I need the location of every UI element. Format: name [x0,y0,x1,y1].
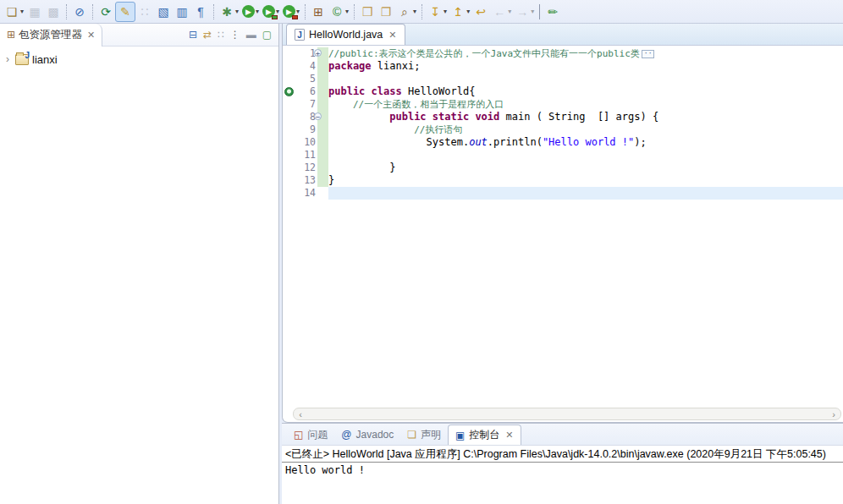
line-number: 12 [295,162,317,174]
code-text[interactable]: } [328,174,843,187]
previous-annotation-dropdown-icon[interactable]: ▾ [466,8,470,15]
focus-task-icon[interactable]: ∷ [218,29,224,41]
code-segment-plain: .println( [488,136,543,148]
save-all-button: ▩ [44,2,63,22]
open-task-button[interactable]: ❒ [358,2,377,22]
code-line-13[interactable]: 13} [283,174,843,187]
scroll-left-icon[interactable]: ‹ [294,409,307,419]
folded-region-box[interactable]: ·· [642,50,655,58]
link-with-editor-icon[interactable]: ⇄ [203,29,212,41]
code-text[interactable]: public class HelloWorld{ [328,85,843,98]
code-text[interactable]: System.out.println("Hello world !"); [328,136,843,149]
relaunch-button[interactable]: ⟳ [96,2,115,22]
tree-item-lianxi[interactable]: ›Jlianxi [3,52,275,67]
mark-occurrences-button[interactable]: ✎ [115,2,135,22]
code-text[interactable]: package lianxi; [328,60,843,73]
close-icon[interactable]: ✕ [388,30,396,41]
line-number: 13 [295,174,317,187]
code-text[interactable]: //一个主函数，相当于是程序的入口 [328,98,843,111]
code-line-7[interactable]: 7 //一个主函数，相当于是程序的入口 [283,98,843,111]
code-line-6[interactable]: 6public class HelloWorld{ [283,85,843,98]
close-icon[interactable]: ✕ [87,30,95,41]
next-annotation-button[interactable]: ↧▾ [426,2,449,22]
tab-package-explorer[interactable]: ⊞ 包资源管理器 ✕ [0,24,102,47]
open-type-button[interactable]: ▧ [154,2,173,22]
code-text[interactable]: //public:表示这个类是公共的，一个Java文件中只能有一一个public… [328,47,843,60]
toolbar-separator [66,4,67,19]
launch-icon[interactable] [284,87,294,96]
scroll-right-icon[interactable]: › [827,409,840,419]
editor-tab-label: HelloWorld.java [309,29,383,41]
code-text[interactable] [328,149,843,162]
code-segment-plain: lianxi; [372,60,421,72]
search-button[interactable]: ⌕▾ [395,2,418,22]
new-java-project-button[interactable]: ⊞ [309,2,328,22]
view-menu-icon[interactable]: ⋮ [230,29,240,41]
code-text[interactable]: //执行语句 [328,123,843,136]
package-explorer-view: ⊞ 包资源管理器 ✕ ⊟⇄∷⋮▬▢ ›Jlianxi [0,24,279,504]
new-class-dropdown-icon[interactable]: ▾ [345,8,349,15]
line-number: 4 [295,60,317,73]
new-class-button[interactable]: ©▾ [328,2,350,22]
code-text[interactable]: public static void main ( String [] args… [328,111,843,123]
fold-expand-icon[interactable]: + [314,49,322,57]
code-line-1[interactable]: 1+//public:表示这个类是公共的，一个Java文件中只能有一一个publ… [283,47,843,60]
new-wizard-button[interactable]: ❏▾ [3,2,25,22]
back-dropdown-icon[interactable]: ▾ [508,8,511,15]
new-class-icon: © [329,4,344,19]
block-selection-button[interactable]: ▥ [173,2,191,22]
code-line-12[interactable]: 12 } [283,162,843,174]
new-wizard-dropdown-icon[interactable]: ▾ [20,8,24,15]
block-selection-icon: ▥ [174,4,190,19]
run-button[interactable]: ▶▾ [240,2,261,22]
code-line-5[interactable]: 5 [283,73,843,85]
tab-helloworld-java[interactable]: J HelloWorld.java ✕ [286,24,405,45]
code-segment-kw: public class [328,85,402,97]
forward-dropdown-icon[interactable]: ▾ [531,8,534,15]
minimize-icon[interactable]: ▬ [246,29,256,41]
search-dropdown-icon[interactable]: ▾ [413,8,416,15]
tab-problems[interactable]: ◱问题 [287,425,334,445]
external-tools-button[interactable]: ▶▾ [281,2,301,22]
code-editor[interactable]: 1+//public:表示这个类是公共的，一个Java文件中只能有一一个publ… [283,46,843,408]
code-text[interactable]: } [328,162,843,174]
code-line-8[interactable]: 8− public static void main ( String [] a… [283,111,843,123]
collapse-all-icon[interactable]: ⊟ [189,29,197,41]
last-edit-location-button[interactable]: ↩ [471,2,490,22]
code-line-10[interactable]: 10 System.out.println("Hello world !"); [283,136,843,149]
debug-button[interactable]: ✱▾ [218,2,240,22]
external-tools-dropdown-icon[interactable]: ▾ [296,8,300,15]
code-text[interactable] [328,187,843,200]
code-line-9[interactable]: 9 //执行语句 [283,123,843,136]
skip-breakpoints-button[interactable]: ⊘ [70,2,89,22]
fold-collapse-icon[interactable]: − [314,112,322,120]
next-annotation-dropdown-icon[interactable]: ▾ [444,8,447,15]
back-icon: ← [492,4,507,19]
tab-console[interactable]: ▣控制台✕ [448,425,521,445]
run-dropdown-icon[interactable]: ▾ [256,8,259,15]
open-resource-button[interactable]: ❐ [377,2,395,22]
console-output[interactable]: Hello world ! [282,463,843,504]
previous-annotation-button[interactable]: ↥▾ [449,2,471,22]
close-icon[interactable]: ✕ [505,430,513,441]
code-segment-comment: //一个主函数，相当于是程序的入口 [353,99,504,110]
coverage-dropdown-icon[interactable]: ▾ [276,8,279,15]
coverage-button[interactable]: ▶▾ [261,2,281,22]
marker-gutter [283,174,295,187]
line-number: 11 [295,149,317,162]
expand-chevron-icon[interactable]: › [3,53,12,65]
show-whitespace-button[interactable]: ¶ [191,2,210,22]
debug-dropdown-icon[interactable]: ▾ [235,8,239,15]
horizontal-scrollbar[interactable]: ‹ › [293,408,841,420]
tab-javadoc[interactable]: @Javadoc [334,425,400,445]
tab-declaration[interactable]: ❏声明 [400,425,448,445]
line-number: 5 [295,73,317,85]
code-line-4[interactable]: 4package lianxi; [283,60,843,73]
code-text[interactable] [328,73,843,85]
maximize-icon[interactable]: ▢ [262,29,272,41]
skip-breakpoints-icon: ⊘ [72,4,87,19]
marker-gutter [283,111,295,123]
code-line-11[interactable]: 11 [283,149,843,162]
code-line-14[interactable]: 14 [283,187,843,200]
perspective-java-button[interactable]: ✏ [543,2,562,22]
